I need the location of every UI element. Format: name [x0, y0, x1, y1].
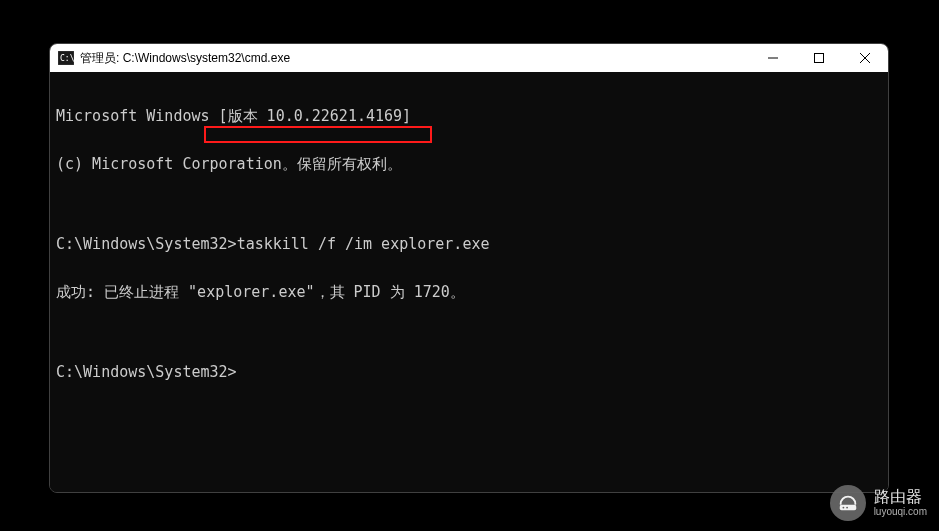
cmd-icon: C:\ [58, 50, 74, 66]
watermark-title: 路由器 [874, 489, 927, 505]
window-title: 管理员: C:\Windows\system32\cmd.exe [80, 50, 750, 67]
close-icon [860, 53, 870, 63]
watermark-text: 路由器 luyouqi.com [874, 489, 927, 517]
minimize-button[interactable] [750, 44, 796, 72]
watermark-sub: luyouqi.com [874, 507, 927, 517]
watermark: 路由器 luyouqi.com [830, 485, 927, 521]
minimize-icon [768, 53, 778, 63]
terminal-prompt-line: C:\Windows\System32> [56, 364, 882, 380]
prompt: C:\Windows\System32> [56, 235, 237, 253]
close-button[interactable] [842, 44, 888, 72]
svg-point-8 [846, 507, 848, 509]
maximize-icon [814, 53, 824, 63]
terminal-line: Microsoft Windows [版本 10.0.22621.4169] [56, 108, 882, 124]
window-controls [750, 44, 888, 72]
cmd-window: C:\ 管理员: C:\Windows\system32\cmd.exe [49, 43, 889, 493]
terminal-area[interactable]: Microsoft Windows [版本 10.0.22621.4169] (… [50, 72, 888, 492]
svg-rect-3 [815, 54, 824, 63]
entered-command: taskkill /f /im explorer.exe [237, 235, 490, 253]
router-icon [830, 485, 866, 521]
terminal-result: 成功: 已终止进程 "explorer.exe"，其 PID 为 1720。 [56, 284, 882, 300]
terminal-line: (c) Microsoft Corporation。保留所有权利。 [56, 156, 882, 172]
annotation-highlight [204, 126, 432, 143]
titlebar[interactable]: C:\ 管理员: C:\Windows\system32\cmd.exe [50, 44, 888, 72]
maximize-button[interactable] [796, 44, 842, 72]
terminal-command-line: C:\Windows\System32>taskkill /f /im expl… [56, 236, 882, 252]
svg-point-7 [842, 507, 844, 509]
svg-text:C:\: C:\ [60, 54, 74, 63]
